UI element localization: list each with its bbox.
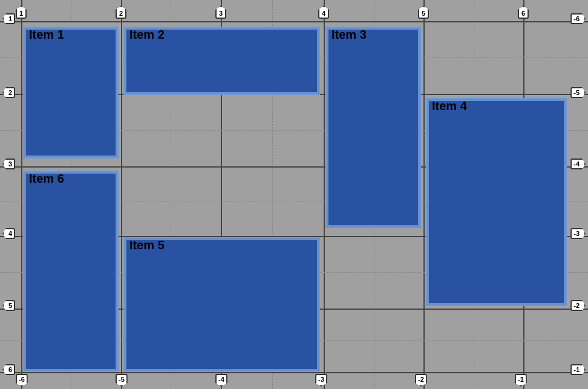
top-badge-3: 3 <box>215 6 226 19</box>
right-badge-1: -6 <box>570 13 586 24</box>
left-badge-3: 3 <box>2 159 15 169</box>
item-3[interactable]: Item 3 <box>325 27 421 228</box>
item-3-label: Item 3 <box>327 25 371 44</box>
left-badge-4: 4 <box>2 228 15 239</box>
item-2[interactable]: Item 2 <box>123 27 320 95</box>
bottom-badge-5: -2 <box>415 374 427 387</box>
h-line-1 <box>0 21 588 22</box>
item-4-label: Item 4 <box>427 96 472 116</box>
item-6-label: Item 6 <box>24 169 69 188</box>
v-line-5 <box>423 0 425 389</box>
left-badge-1: 1 <box>2 13 15 24</box>
top-badge-4: 4 <box>318 6 329 19</box>
v-line-2 <box>121 0 122 389</box>
item-4[interactable]: Item 4 <box>426 98 567 306</box>
right-badge-2: -5 <box>570 87 586 98</box>
item-5-label: Item 5 <box>125 235 169 255</box>
left-badge-6: 6 <box>2 364 15 375</box>
top-badge-1: 1 <box>16 6 27 19</box>
item-6[interactable]: Item 6 <box>23 171 119 372</box>
bottom-badge-4: -3 <box>315 374 327 387</box>
right-badge-6: -1 <box>570 364 586 375</box>
item-1[interactable]: Item 1 <box>23 27 119 159</box>
item-5[interactable]: Item 5 <box>123 237 320 372</box>
top-badge-6: 6 <box>518 6 529 19</box>
bottom-badge-2: -5 <box>116 374 128 387</box>
grid-background: 1 2 3 4 5 6 -6 -5 -4 -3 -2 -1 1 2 3 4 5 … <box>0 0 588 389</box>
h-line-6 <box>0 372 588 373</box>
bottom-badge-1: -6 <box>16 374 28 387</box>
item-2-label: Item 2 <box>125 25 169 44</box>
v-line-4 <box>324 0 325 389</box>
right-badge-3: -4 <box>570 159 586 169</box>
bottom-badge-6: -1 <box>515 374 527 387</box>
left-badge-2: 2 <box>2 87 15 98</box>
bottom-badge-3: -4 <box>215 374 227 387</box>
v-line-1 <box>21 0 22 389</box>
right-badge-4: -3 <box>570 228 586 239</box>
top-badge-2: 2 <box>116 6 126 19</box>
item-1-label: Item 1 <box>24 25 69 44</box>
top-badge-5: 5 <box>418 6 429 19</box>
